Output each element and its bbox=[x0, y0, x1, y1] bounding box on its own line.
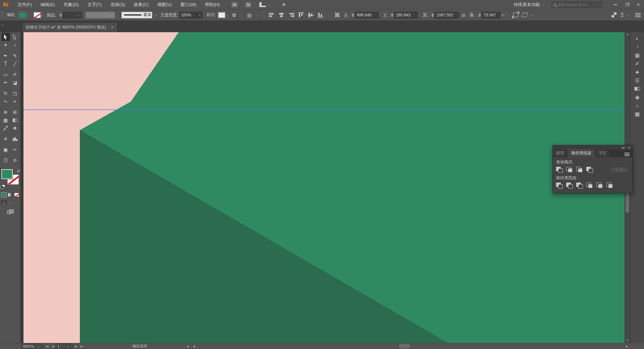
window-close-button[interactable]: ✕ bbox=[633, 1, 644, 8]
chevron-down-icon[interactable]: ⌄ bbox=[42, 13, 44, 17]
color-panel-icon[interactable]: ◐ bbox=[630, 34, 644, 43]
bridge-button[interactable]: Br bbox=[231, 2, 238, 7]
transform-icon[interactable] bbox=[513, 13, 518, 17]
pen-tool[interactable]: ✒ bbox=[1, 52, 10, 60]
window-restore-button[interactable] bbox=[621, 1, 633, 8]
reference-point-locator[interactable] bbox=[335, 13, 339, 17]
artboard-navigation-dropdown[interactable]: 1 ⌄ bbox=[56, 344, 73, 349]
y-input[interactable] bbox=[394, 12, 418, 18]
minus-front-icon[interactable] bbox=[566, 167, 573, 172]
eyedropper-tool[interactable] bbox=[1, 124, 10, 132]
horizontal-scroll-thumb[interactable] bbox=[399, 344, 410, 348]
stroke-weight-label[interactable]: 描边: bbox=[47, 12, 56, 18]
status-display[interactable]: 编组选择 bbox=[132, 344, 147, 349]
intersect-icon[interactable] bbox=[576, 167, 583, 172]
tab-pathfinder[interactable]: 路径查找器 bbox=[568, 149, 595, 157]
gradient-mode-button[interactable] bbox=[8, 193, 13, 197]
color-guide-panel-icon[interactable]: ◔ bbox=[630, 43, 644, 51]
arrange-documents-icon[interactable] bbox=[259, 2, 266, 7]
selection-tool[interactable] bbox=[1, 33, 10, 41]
next-artboard-button[interactable]: ▶ bbox=[75, 345, 77, 348]
window-minimize-button[interactable] bbox=[610, 1, 621, 8]
draw-behind-button[interactable]: ❏ bbox=[8, 200, 13, 205]
height-stepper[interactable] bbox=[477, 12, 482, 18]
previous-artboard-button[interactable]: ◀ bbox=[52, 345, 54, 348]
align-left-icon[interactable] bbox=[269, 12, 275, 17]
graphic-styles-panel-icon[interactable]: ▩ bbox=[630, 110, 644, 118]
graphic-style-swatch[interactable] bbox=[218, 12, 225, 18]
document-tab[interactable]: 阶梯文字设计.ai* @ 4800% (RGB/GPU 预览) ✕ bbox=[22, 22, 118, 32]
chevron-down-icon[interactable]: ⌄ bbox=[256, 13, 259, 17]
y-stepper[interactable] bbox=[390, 12, 394, 18]
x-input[interactable] bbox=[355, 12, 379, 18]
chevron-down-icon[interactable]: ⌄ bbox=[154, 13, 157, 17]
search-input[interactable] bbox=[558, 3, 597, 7]
height-input[interactable] bbox=[482, 12, 500, 18]
menu-help[interactable]: 帮助(H) bbox=[201, 0, 224, 9]
stroke-panel-icon[interactable]: ☰ bbox=[630, 76, 644, 85]
stock-search-box[interactable] bbox=[551, 2, 602, 8]
shaper-tool[interactable]: ✏ bbox=[1, 79, 10, 87]
menu-window[interactable]: 窗口(W) bbox=[176, 0, 201, 9]
type-tool[interactable]: T bbox=[1, 60, 10, 68]
none-mode-button[interactable] bbox=[14, 193, 19, 197]
opacity-label[interactable]: 不透明度: bbox=[161, 12, 178, 18]
symbol-sprayer-tool[interactable]: ✳ bbox=[1, 135, 10, 143]
constrain-proportions-icon[interactable]: ⊘ bbox=[461, 12, 466, 18]
divide-icon[interactable] bbox=[556, 183, 563, 188]
appearance-panel-icon[interactable]: ☼ bbox=[630, 101, 644, 110]
isolate-selected-icon[interactable] bbox=[611, 12, 616, 17]
paintbrush-tool[interactable]: ✐ bbox=[11, 70, 19, 79]
fill-chip[interactable] bbox=[1, 169, 13, 179]
align-middle-icon[interactable] bbox=[308, 12, 314, 17]
scroll-up-icon[interactable]: ▲ bbox=[625, 32, 630, 37]
stroke-weight-dropdown[interactable]: ⌄ bbox=[63, 12, 82, 18]
swatches-panel-icon[interactable]: ▦ bbox=[630, 51, 644, 59]
menu-file[interactable]: 文件(F) bbox=[13, 0, 36, 9]
align-right-icon[interactable] bbox=[288, 12, 294, 17]
eraser-tool[interactable]: ◪ bbox=[11, 79, 19, 87]
scale-tool[interactable]: ◳ bbox=[11, 89, 19, 97]
column-graph-tool[interactable] bbox=[11, 135, 19, 143]
width-stepper[interactable] bbox=[430, 12, 435, 18]
unite-icon[interactable] bbox=[556, 167, 563, 172]
menu-select[interactable]: 选择(S) bbox=[106, 0, 129, 9]
canvas[interactable] bbox=[21, 32, 625, 343]
chevron-down-icon[interactable]: ⌄ bbox=[627, 13, 630, 17]
tools-collapse-icon[interactable]: « bbox=[1, 23, 3, 27]
chevron-down-icon[interactable]: ⌄ bbox=[27, 13, 30, 17]
perspective-grid-tool[interactable]: ⊞ bbox=[11, 108, 19, 116]
chevron-down-icon[interactable]: ⌄ bbox=[226, 13, 229, 17]
trim-icon[interactable] bbox=[566, 183, 573, 188]
curvature-tool[interactable]: ✎ bbox=[11, 52, 19, 60]
rectangle-tool[interactable]: ▭ bbox=[1, 70, 10, 79]
menu-effect[interactable]: 效果(C) bbox=[129, 0, 153, 9]
scroll-down-icon[interactable]: ▼ bbox=[625, 338, 630, 343]
screen-mode-button[interactable] bbox=[7, 209, 14, 214]
status-popup-icon[interactable]: ▶ bbox=[187, 345, 190, 348]
swap-fill-stroke-icon[interactable]: ⇄ bbox=[17, 169, 20, 173]
draw-normal-button[interactable]: ❏ bbox=[1, 200, 7, 205]
panel-menu-icon[interactable] bbox=[625, 153, 630, 156]
transparency-panel-icon[interactable]: ◉ bbox=[630, 93, 644, 101]
default-fill-stroke-icon[interactable] bbox=[1, 185, 5, 189]
fill-color-swatch[interactable] bbox=[19, 12, 26, 18]
menu-object[interactable]: 对象(O) bbox=[59, 0, 83, 9]
symbols-panel-icon[interactable]: ♣ bbox=[630, 68, 644, 76]
dock-control-icon[interactable] bbox=[621, 13, 623, 17]
horizontal-scrollbar[interactable]: ◀ ▶ bbox=[192, 343, 644, 349]
mesh-tool[interactable]: ▦ bbox=[1, 116, 10, 124]
scroll-right-icon[interactable]: ▶ bbox=[625, 343, 629, 349]
control-panel-menu-icon[interactable] bbox=[635, 13, 641, 17]
x-stepper[interactable] bbox=[351, 12, 355, 18]
opacity-input[interactable] bbox=[179, 12, 197, 18]
zoom-level-dropdown[interactable]: 4800% ⌄ bbox=[21, 344, 44, 349]
brush-definition-dropdown[interactable]: ⌄ bbox=[86, 12, 115, 18]
align-bottom-icon[interactable] bbox=[318, 12, 323, 17]
gradient-panel-icon[interactable] bbox=[630, 85, 644, 93]
control-bar-grip[interactable] bbox=[1, 11, 3, 19]
stroke-color-swatch[interactable] bbox=[34, 12, 41, 18]
align-top-icon[interactable] bbox=[298, 12, 304, 17]
line-segment-tool[interactable]: ╱ bbox=[11, 60, 19, 68]
recolor-artwork-icon[interactable]: ✿ bbox=[232, 12, 236, 18]
